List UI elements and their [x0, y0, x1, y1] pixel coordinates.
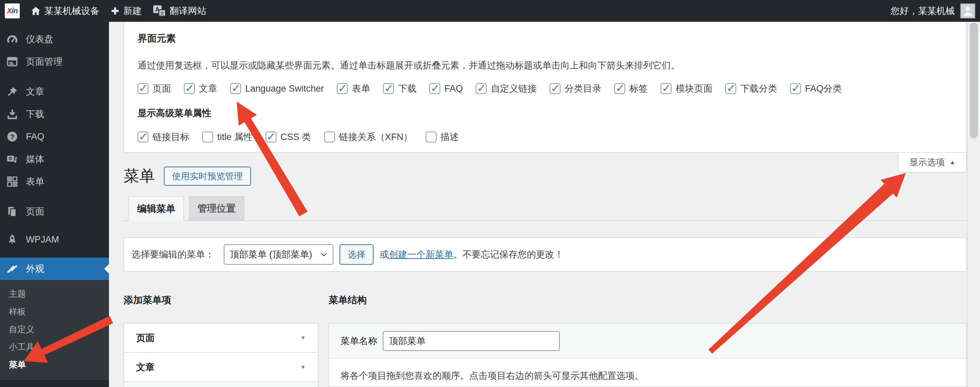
chevron-down-icon: [320, 252, 327, 256]
checkbox[interactable]: [337, 83, 348, 94]
sidebar-item-wpjam[interactable]: WPJAM: [0, 228, 109, 251]
element-checkbox-language-switcher[interactable]: Language Switcher: [230, 83, 324, 94]
submenu-item-menus[interactable]: 菜单: [0, 356, 109, 373]
element-checkbox-forms[interactable]: 表单: [337, 83, 370, 95]
screen-options-toggle[interactable]: 显示选项 ▲: [898, 153, 967, 172]
sidebar-item-pages[interactable]: 页面: [0, 200, 109, 223]
advanced-checkbox-xfn[interactable]: 链接关系（XFN）: [324, 131, 413, 143]
forms-grid-icon: [6, 175, 18, 188]
checkbox[interactable]: [790, 83, 801, 94]
current-item-arrow: [104, 264, 109, 274]
sidebar-item-media[interactable]: 媒体: [0, 148, 109, 170]
wordpress-admin-menus-page: Xin 某某机械设备 新建 A 文 翻译网站: [0, 0, 980, 387]
element-checkbox-module-pages[interactable]: 模块页面: [660, 83, 712, 95]
admin-bar-translate-label: 翻译网站: [170, 5, 206, 17]
checkbox[interactable]: [138, 132, 148, 142]
page-manager-icon: [6, 56, 18, 68]
sidebar-item-appearance[interactable]: 外观: [0, 258, 109, 280]
tab-edit-menus[interactable]: 编辑菜单: [129, 196, 184, 221]
scrollbar-thumb[interactable]: [970, 22, 978, 138]
submenu-item-themes[interactable]: 主题: [0, 285, 109, 303]
sidebar-item-dashboard[interactable]: 仪表盘: [0, 28, 109, 50]
advanced-checkbox-title-attribute[interactable]: title 属性: [202, 131, 253, 143]
advanced-checkbox-link-target[interactable]: 链接目标: [138, 131, 189, 143]
download-icon: [6, 108, 18, 120]
pages-icon: [6, 205, 18, 218]
element-checkbox-categories[interactable]: 分类目录: [550, 83, 601, 95]
menu-select-label: 选择要编辑的菜单：: [131, 248, 214, 261]
advanced-checkbox-css-classes[interactable]: CSS 类: [266, 131, 311, 143]
screen-elements-title: 界面元素: [138, 32, 176, 45]
checkbox[interactable]: [550, 83, 560, 94]
accordion-pages[interactable]: 页面 ▼: [124, 323, 318, 353]
sidebar-item-downloads[interactable]: 下载: [0, 103, 109, 125]
caret-down-icon: ▼: [300, 364, 306, 370]
sidebar-item-page-manager[interactable]: 页面管理: [0, 50, 109, 73]
admin-bar-site-label: 某某机械设备: [44, 5, 99, 17]
element-checkbox-download-categories[interactable]: 下载分类: [725, 83, 777, 95]
avatar[interactable]: [960, 3, 975, 18]
element-checkbox-tags[interactable]: 标签: [614, 83, 648, 95]
appearance-submenu: 主题 样板 自定义 小工具 菜单: [0, 280, 109, 380]
checkbox[interactable]: [324, 132, 335, 142]
checkbox[interactable]: [430, 83, 440, 94]
plus-icon: [110, 6, 120, 16]
submenu-item-widgets[interactable]: 小工具: [0, 338, 109, 356]
element-checkbox-pages[interactable]: 页面: [138, 83, 171, 95]
menu-name-row: 菜单名称: [329, 323, 966, 359]
translate-icon: A 文: [153, 5, 166, 17]
submenu-item-templates[interactable]: 样板: [0, 303, 109, 320]
pin-icon: [6, 86, 18, 98]
menu-name-label: 菜单名称: [340, 335, 377, 347]
collapse-arrow-icon: ▲: [950, 159, 956, 166]
element-checkbox-custom-links[interactable]: 自定义链接: [476, 83, 537, 95]
menu-name-input[interactable]: [383, 331, 560, 351]
advanced-checkbox-description[interactable]: 描述: [426, 131, 459, 143]
sidebar-item-posts[interactable]: 文章: [0, 80, 109, 103]
tab-manage-locations[interactable]: 管理位置: [189, 196, 244, 220]
checkbox[interactable]: [383, 83, 394, 94]
svg-text:?: ?: [10, 133, 14, 141]
checkbox[interactable]: [614, 83, 625, 94]
checkbox[interactable]: [184, 83, 195, 94]
screen-elements-description: 通过使用复选框，可以显示或隐藏某些界面元素。通过单击标题展开或折叠元素，并通过拖…: [138, 59, 680, 72]
sidebar-item-forms[interactable]: 表单: [0, 170, 109, 193]
checkbox[interactable]: [660, 83, 671, 94]
element-checkbox-faq-categories[interactable]: FAQ分类: [790, 83, 842, 95]
admin-bar-new[interactable]: 新建: [110, 5, 142, 17]
scrollbar[interactable]: [967, 22, 980, 387]
checkbox[interactable]: [476, 83, 487, 94]
element-checkbox-downloads[interactable]: 下载: [383, 83, 417, 95]
advanced-properties-checkbox-row: 链接目标 title 属性 CSS 类 链接关系（XFN） 描述: [138, 131, 459, 143]
menu-select-bar: 选择要编辑的菜单： 顶部菜单 (顶部菜单) 选择 或创建一个新菜单。不要忘记保存…: [124, 237, 967, 272]
checkbox[interactable]: [202, 132, 213, 142]
svg-text:文: 文: [160, 11, 165, 16]
checkbox[interactable]: [426, 132, 436, 142]
element-checkbox-faq[interactable]: FAQ: [430, 83, 463, 94]
admin-bar-greeting[interactable]: 您好，某某机械: [891, 5, 955, 17]
accordion-posts[interactable]: 文章 ▼: [124, 353, 318, 382]
create-new-menu-link[interactable]: 创建一个新菜单: [389, 249, 453, 260]
screen-elements-checkbox-row: 页面 文章 Language Switcher 表单 下载 FAQ 自定义链接 …: [138, 83, 842, 95]
site-logo[interactable]: Xin: [5, 3, 20, 18]
screen-options-panel: 界面元素 通过使用复选框，可以显示或隐藏某些界面元素。通过单击标题展开或折叠元素…: [124, 22, 967, 153]
sidebar-item-faq[interactable]: ? FAQ: [0, 125, 109, 148]
admin-bar-site[interactable]: 某某机械设备: [31, 5, 99, 17]
brush-icon: [6, 263, 18, 275]
menu-select-dropdown[interactable]: 顶部菜单 (顶部菜单): [224, 244, 333, 265]
checkbox[interactable]: [725, 83, 736, 94]
add-menu-items-accordion: 页面 ▼ 文章 ▼: [124, 323, 318, 387]
submenu-item-customize[interactable]: 自定义: [0, 320, 109, 338]
menu-structure-box: 菜单名称 将各个项目拖到您喜欢的顺序。点击项目右边的箭头可显示其他配置选项。: [329, 323, 967, 387]
checkbox[interactable]: [138, 83, 148, 94]
checkbox[interactable]: [266, 132, 277, 142]
live-preview-button[interactable]: 使用实时预览管理: [164, 167, 251, 186]
page-title: 菜单: [124, 166, 155, 187]
add-menu-items-title: 添加菜单项: [124, 294, 171, 307]
admin-bar-translate[interactable]: A 文 翻译网站: [153, 5, 206, 17]
advanced-properties-title: 显示高级菜单属性: [138, 107, 211, 119]
admin-bar: Xin 某某机械设备 新建 A 文 翻译网站: [0, 0, 980, 22]
element-checkbox-posts[interactable]: 文章: [184, 83, 217, 95]
checkbox[interactable]: [230, 83, 241, 94]
select-button[interactable]: 选择: [339, 244, 374, 265]
